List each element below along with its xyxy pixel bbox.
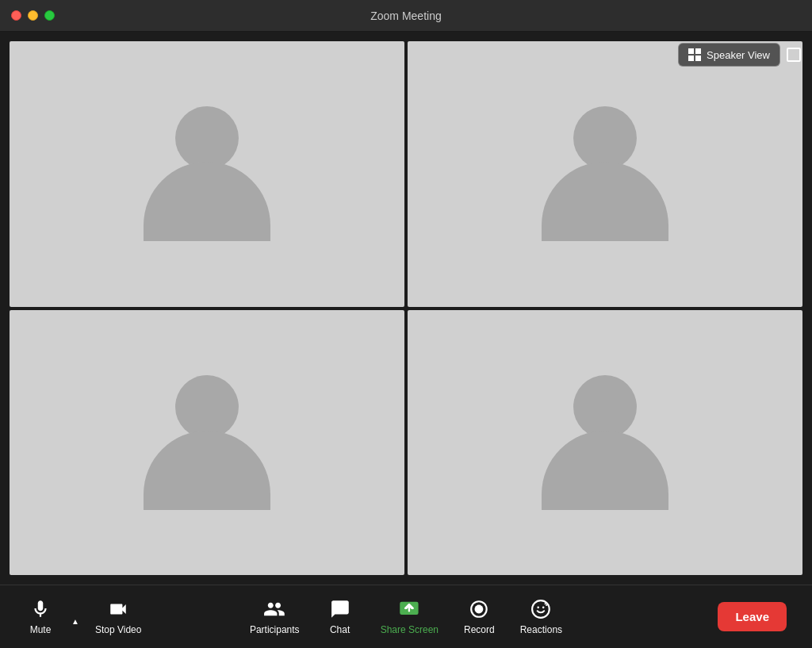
avatar-4 — [542, 375, 668, 510]
fullscreen-icon[interactable] — [787, 48, 801, 62]
avatar-3 — [144, 375, 270, 510]
participants-icon — [263, 598, 285, 620]
participants-label: Participants — [250, 624, 300, 635]
svg-point-5 — [542, 607, 545, 609]
speaker-view-button[interactable]: Speaker View — [678, 43, 780, 67]
record-button[interactable]: Record — [451, 592, 508, 642]
mute-label: Mute — [30, 624, 52, 635]
video-camera-icon — [107, 598, 129, 620]
speaker-view-label: Speaker View — [707, 49, 770, 61]
share-screen-icon — [398, 598, 420, 620]
mute-caret[interactable]: ▲ — [68, 614, 82, 629]
main-area: Speaker View — [0, 32, 812, 585]
record-label: Record — [464, 624, 495, 635]
toolbar-wrapper: Mute ▲ Stop Video — [13, 585, 799, 649]
mute-section: Mute ▲ — [13, 592, 82, 642]
mute-button[interactable]: Mute — [13, 592, 68, 642]
video-grid — [0, 32, 812, 585]
title-bar: Zoom Meeting — [0, 0, 812, 32]
avatar-body-2 — [542, 162, 668, 241]
svg-point-2 — [475, 605, 484, 614]
avatar-body-4 — [542, 431, 668, 510]
chat-label: Chat — [330, 624, 350, 635]
toolbar: Mute ▲ Stop Video — [0, 585, 812, 648]
close-button[interactable] — [11, 10, 21, 21]
chat-button[interactable]: Chat — [312, 592, 368, 642]
window-controls — [11, 10, 55, 21]
stop-video-label: Stop Video — [95, 624, 142, 635]
video-cell-1 — [10, 41, 404, 307]
participants-button[interactable]: Participants — [237, 592, 312, 642]
toolbar-right: Leave — [718, 602, 787, 631]
share-screen-button[interactable]: Share Screen — [368, 592, 451, 642]
svg-point-4 — [538, 607, 540, 609]
avatar-1 — [144, 106, 270, 241]
video-cell-3 — [10, 310, 404, 576]
chat-icon — [329, 598, 351, 620]
toolbar-center: Participants Chat — [237, 592, 575, 642]
video-cell-2 — [408, 41, 802, 307]
avatar-2 — [542, 106, 668, 241]
reactions-button[interactable]: Reactions — [508, 592, 575, 642]
reactions-label: Reactions — [520, 624, 562, 635]
grid-icon — [688, 48, 701, 61]
avatar-head-3 — [175, 375, 239, 439]
record-icon — [468, 598, 490, 620]
maximize-button[interactable] — [44, 10, 55, 21]
avatar-head-2 — [573, 106, 637, 170]
avatar-head-4 — [573, 375, 637, 439]
top-controls: Speaker View — [678, 43, 801, 67]
avatar-head-1 — [175, 106, 239, 170]
stop-video-button[interactable]: Stop Video — [82, 592, 155, 642]
video-cell-4 — [408, 310, 802, 576]
reactions-icon — [530, 598, 552, 620]
avatar-body-3 — [144, 431, 270, 510]
minimize-button[interactable] — [28, 10, 38, 21]
leave-button[interactable]: Leave — [718, 602, 787, 631]
toolbar-left: Mute ▲ Stop Video — [13, 592, 154, 642]
avatar-body-1 — [144, 162, 270, 241]
share-screen-label: Share Screen — [381, 624, 439, 635]
window-title: Zoom Meeting — [370, 10, 441, 22]
microphone-icon — [29, 598, 52, 620]
